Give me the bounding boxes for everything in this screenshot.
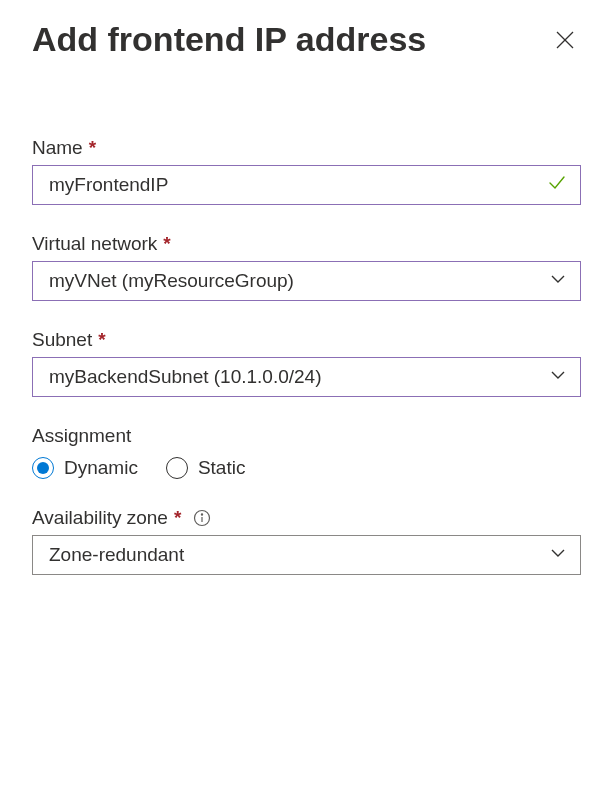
zone-value: Zone-redundant [49,544,184,566]
close-icon [555,30,575,50]
subnet-select-box: myBackendSubnet (10.1.0.0/24) [32,357,581,397]
radio-dynamic-label: Dynamic [64,457,138,479]
name-label-text: Name [32,137,83,159]
field-vnet: Virtual network * myVNet (myResourceGrou… [32,233,581,301]
subnet-value: myBackendSubnet (10.1.0.0/24) [49,366,322,388]
vnet-value: myVNet (myResourceGroup) [49,270,294,292]
radio-static-label: Static [198,457,246,479]
check-icon [547,173,567,197]
required-indicator: * [163,233,170,255]
radio-circle [166,457,188,479]
field-zone: Availability zone * Zone-redundant [32,507,581,575]
panel-header: Add frontend IP address [32,20,581,59]
info-icon[interactable] [193,509,211,527]
vnet-label: Virtual network * [32,233,581,255]
chevron-down-icon [549,544,567,566]
assignment-label: Assignment [32,425,581,447]
name-label: Name * [32,137,581,159]
zone-label-text: Availability zone [32,507,168,529]
subnet-select[interactable]: myBackendSubnet (10.1.0.0/24) [32,357,581,397]
subnet-label: Subnet * [32,329,581,351]
field-subnet: Subnet * myBackendSubnet (10.1.0.0/24) [32,329,581,397]
radio-dynamic[interactable]: Dynamic [32,457,138,479]
subnet-label-text: Subnet [32,329,92,351]
field-name: Name * [32,137,581,205]
page-title: Add frontend IP address [32,20,426,59]
vnet-select[interactable]: myVNet (myResourceGroup) [32,261,581,301]
name-input-wrapper [32,165,581,205]
close-button[interactable] [549,24,581,56]
radio-dot [37,462,49,474]
assignment-radio-group: Dynamic Static [32,457,581,479]
required-indicator: * [174,507,181,529]
required-indicator: * [98,329,105,351]
name-input[interactable] [32,165,581,205]
assignment-label-text: Assignment [32,425,131,447]
svg-point-3 [202,514,203,515]
vnet-label-text: Virtual network [32,233,157,255]
zone-select[interactable]: Zone-redundant [32,535,581,575]
vnet-select-box: myVNet (myResourceGroup) [32,261,581,301]
zone-select-box: Zone-redundant [32,535,581,575]
required-indicator: * [89,137,96,159]
radio-static[interactable]: Static [166,457,246,479]
zone-label: Availability zone * [32,507,581,529]
radio-circle-selected [32,457,54,479]
field-assignment: Assignment Dynamic Static [32,425,581,479]
chevron-down-icon [549,366,567,388]
chevron-down-icon [549,270,567,292]
